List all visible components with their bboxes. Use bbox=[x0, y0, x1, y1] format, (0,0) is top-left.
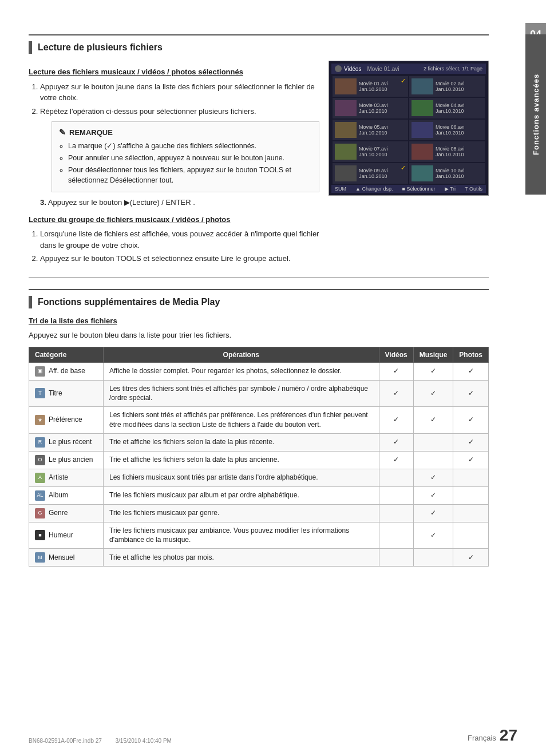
cat-label-8: Humeur bbox=[49, 531, 73, 540]
tv-screenshot: Vidéos Movie 01.avi 2 fichiers sélect, 1… bbox=[329, 61, 489, 196]
tv-item-4: Movie 04.avi Jan.10.2010 bbox=[409, 98, 485, 118]
videos-cell-5 bbox=[379, 469, 413, 486]
tv-item-1: Movie 01.avi Jan.10.2010 ✓ bbox=[333, 76, 408, 97]
tv-thumb-6 bbox=[412, 122, 433, 138]
tv-item-3: Movie 03.avi Jan.10.2010 bbox=[333, 98, 408, 118]
tv-icon bbox=[335, 65, 342, 72]
music-cell-7: ✓ bbox=[413, 504, 453, 522]
note-box: ✎ REMARQUE La marque (✓) s'affiche à gau… bbox=[52, 121, 319, 192]
table-row: ▣ Aff. de base Affiche le dossier comple… bbox=[29, 362, 489, 380]
section-divider bbox=[29, 277, 489, 278]
check-9: ✓ bbox=[401, 164, 406, 172]
table-header: Catégorie Opérations Vidéos Musique Phot… bbox=[29, 347, 489, 362]
tv-footer: SUM ▲ Changer dsp. ■ Sélectionner ▶ Tri … bbox=[331, 185, 486, 193]
photos-cell-3: ✓ bbox=[453, 433, 489, 451]
footer-date: 3/15/2010 4:10:40 PM bbox=[116, 738, 172, 744]
tv-header: Vidéos Movie 01.avi 2 fichiers sélect, 1… bbox=[331, 64, 486, 74]
footer-page-number: 27 bbox=[500, 726, 517, 745]
tv-thumb-7 bbox=[335, 144, 357, 160]
main-content: Lecture de plusieurs fichiers Lecture de… bbox=[29, 34, 517, 567]
tv-item-10: Movie 10.avi Jan.10.2010 bbox=[409, 163, 485, 184]
operation-cell-0: Affiche le dossier complet. Pour regarde… bbox=[104, 362, 379, 380]
tv-item-7: Movie 07.avi Jan.10.2010 bbox=[333, 141, 408, 162]
videos-cell-3: ✓ bbox=[379, 433, 413, 451]
note-item-2: Pour annuler une sélection, appuyez à no… bbox=[68, 153, 312, 164]
tv-item-9: Movie 09.avi Jan.10.2010 ✓ bbox=[333, 163, 408, 184]
cat-icon-3: R bbox=[35, 437, 45, 448]
tv-thumb-1 bbox=[335, 78, 357, 94]
tv-grid: Movie 01.avi Jan.10.2010 ✓ Movie 02.avi … bbox=[331, 75, 486, 185]
note-item-3: Pour désélectionner tous les fichiers, a… bbox=[68, 165, 312, 187]
tv-status: 2 fichiers sélect, 1/1 Page bbox=[424, 66, 482, 72]
cat-label-3: Le plus récent bbox=[49, 437, 92, 447]
table-row: M Mensuel Trie et affiche les photos par… bbox=[29, 549, 489, 567]
music-cell-6: ✓ bbox=[413, 486, 453, 504]
tv-thumb-10 bbox=[412, 165, 433, 181]
cat-icon-0: ▣ bbox=[35, 366, 45, 377]
step-2-1: Lorsqu'une liste de fichiers est affiché… bbox=[40, 228, 319, 251]
table-row: A Artiste Les fichiers musicaux sont tri… bbox=[29, 469, 489, 486]
section1-content: Lecture des fichiers musicaux / vidéos /… bbox=[29, 61, 489, 268]
tv-item-6: Movie 06.avi Jan.10.2010 bbox=[409, 120, 485, 140]
sort-table: Catégorie Opérations Vidéos Musique Phot… bbox=[29, 347, 489, 567]
sort-header: Tri de la liste des fichiers bbox=[29, 315, 489, 327]
cat-label-9: Mensuel bbox=[49, 553, 74, 563]
operation-cell-7: Trie les fichiers musicaux par genre. bbox=[104, 504, 379, 522]
table-row: R Le plus récent Trie et affiche les fic… bbox=[29, 433, 489, 451]
cat-label-6: Album bbox=[49, 490, 68, 500]
table-row: AL Album Trie les fichiers musicaux par … bbox=[29, 486, 489, 504]
tv-item-info-7: Movie 07.avi Jan.10.2010 bbox=[359, 146, 388, 157]
music-cell-4 bbox=[413, 451, 453, 469]
photos-cell-8 bbox=[453, 522, 489, 549]
category-cell-0: ▣ Aff. de base bbox=[29, 362, 104, 380]
page-footer: BN68-02591A-00Fre.indb 27 3/15/2010 4:10… bbox=[0, 726, 546, 745]
tv-item-8: Movie 08.avi Jan.10.2010 bbox=[409, 141, 485, 162]
operation-cell-5: Les fichiers musicaux sont triés par art… bbox=[104, 469, 379, 486]
tv-item-info-10: Movie 10.avi Jan.10.2010 bbox=[436, 168, 465, 179]
step-2: Répétez l'opération ci-dessus pour sélec… bbox=[40, 106, 319, 193]
photos-cell-0: ✓ bbox=[453, 362, 489, 380]
tv-item-info-5: Movie 05.avi Jan.10.2010 bbox=[359, 124, 388, 136]
cat-label-4: Le plus ancien bbox=[49, 455, 93, 465]
steps-list-2: Lorsqu'une liste de fichiers est affiché… bbox=[40, 228, 319, 264]
operation-cell-1: Les titres des fichiers sont triés et af… bbox=[104, 380, 379, 407]
table-row: O Le plus ancien Trie et affiche les fic… bbox=[29, 451, 489, 469]
step-2-2: Appuyez sur le bouton TOOLS et sélection… bbox=[40, 253, 319, 264]
music-cell-9 bbox=[413, 549, 453, 567]
category-cell-6: AL Album bbox=[29, 486, 104, 504]
tv-item-info-6: Movie 06.avi Jan.10.2010 bbox=[436, 124, 465, 136]
table-row: T Titre Les titres des fichiers sont tri… bbox=[29, 380, 489, 407]
note-list: La marque (✓) s'affiche à gauche des fic… bbox=[68, 141, 312, 186]
cat-icon-7: G bbox=[35, 508, 45, 518]
category-cell-5: A Artiste bbox=[29, 469, 104, 486]
cat-icon-5: A bbox=[35, 473, 45, 483]
category-cell-4: O Le plus ancien bbox=[29, 451, 104, 469]
videos-cell-2: ✓ bbox=[379, 407, 413, 434]
music-cell-2: ✓ bbox=[413, 407, 453, 434]
tv-header-left: Vidéos Movie 01.avi bbox=[335, 65, 399, 72]
note-item-1: La marque (✓) s'affiche à gauche des fic… bbox=[68, 141, 312, 152]
videos-cell-6 bbox=[379, 486, 413, 504]
table-row: ■ Humeur Trie les fichiers musicaux par … bbox=[29, 522, 489, 549]
col-header-music: Musique bbox=[413, 347, 453, 362]
music-cell-8: ✓ bbox=[413, 522, 453, 549]
operation-cell-3: Trie et affiche les fichiers selon la da… bbox=[104, 433, 379, 451]
section1-title: Lecture de plusieurs fichiers bbox=[38, 42, 163, 53]
operation-cell-9: Trie et affiche les photos par mois. bbox=[104, 549, 379, 567]
category-cell-2: ★ Préférence bbox=[29, 407, 104, 434]
tv-item-info-4: Movie 04.avi Jan.10.2010 bbox=[436, 102, 465, 114]
tv-item-info-8: Movie 08.avi Jan.10.2010 bbox=[436, 146, 465, 157]
cat-icon-2: ★ bbox=[35, 415, 45, 425]
check-1: ✓ bbox=[401, 77, 406, 85]
photos-cell-7 bbox=[453, 504, 489, 522]
section2-title: Fonctions supplémentaires de Media Play bbox=[38, 297, 220, 307]
step-1: Appuyez sur le bouton jaune dans la list… bbox=[40, 81, 319, 104]
category-cell-8: ■ Humeur bbox=[29, 522, 104, 549]
photos-cell-2: ✓ bbox=[453, 407, 489, 434]
section-bar-2 bbox=[29, 296, 32, 308]
photos-cell-5 bbox=[453, 469, 489, 486]
videos-cell-8 bbox=[379, 522, 413, 549]
operation-cell-6: Trie les fichiers musicaux par album et … bbox=[104, 486, 379, 504]
videos-cell-1: ✓ bbox=[379, 380, 413, 407]
music-cell-5: ✓ bbox=[413, 469, 453, 486]
